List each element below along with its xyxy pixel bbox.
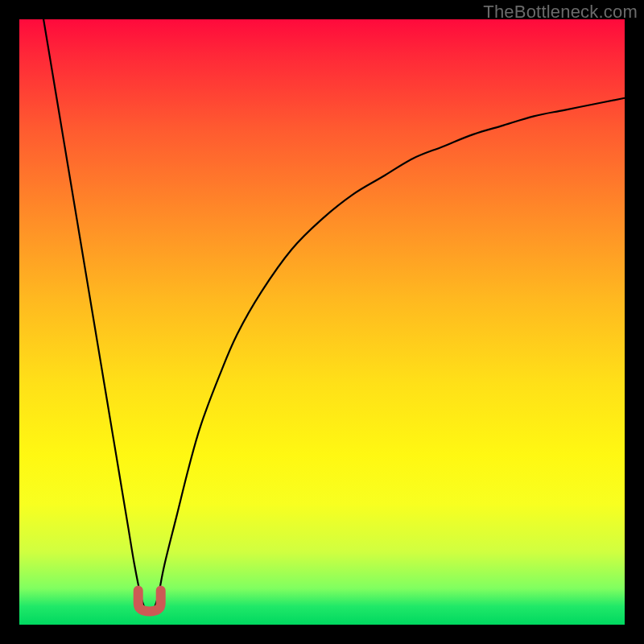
curve-left (43, 19, 144, 606)
curve-right (155, 98, 625, 607)
chart-plot-area (19, 19, 625, 625)
bottleneck-curve-svg (19, 19, 625, 625)
min-marker (138, 590, 161, 611)
watermark-label: TheBottleneck.com (483, 2, 638, 23)
